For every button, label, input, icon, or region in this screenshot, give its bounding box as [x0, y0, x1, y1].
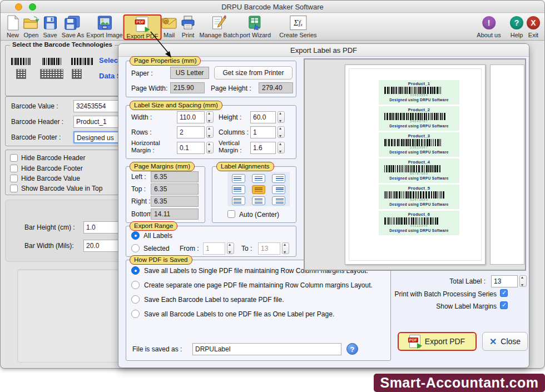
new-document-icon	[6, 14, 20, 31]
barcode-header-label: Barcode Header :	[11, 118, 63, 126]
toolbar-about-button[interactable]: ! About us	[477, 14, 501, 40]
datamatrix-barcode-icon[interactable]	[16, 69, 26, 79]
dialog-titlebar: Export Label as PDF	[118, 44, 529, 57]
export-pdf-button-icon	[409, 335, 420, 348]
postnet-barcode-icon[interactable]	[71, 58, 93, 65]
linear-barcode-icon[interactable]	[42, 58, 62, 65]
pdf-option-3-radio[interactable]	[131, 295, 140, 304]
label-alignments-chip: Label Alignments	[216, 162, 274, 171]
align-top-left-button[interactable]	[232, 174, 245, 183]
from-input[interactable]: 1	[203, 242, 225, 255]
get-size-from-printer-button[interactable]: Get size from Printer	[214, 66, 293, 80]
preview-label-value: 86787683	[379, 172, 459, 175]
align-bottom-right-button[interactable]	[272, 196, 285, 205]
qr-barcode-icon[interactable]	[72, 69, 82, 79]
pdf417-barcode-icon[interactable]	[40, 69, 63, 79]
window-titlebar: DRPU Barcode Maker Software	[1, 1, 544, 13]
label-height-stepper[interactable]	[278, 111, 285, 123]
selected-range-radio[interactable]	[131, 244, 140, 252]
from-stepper[interactable]	[227, 242, 234, 254]
barcode-value-input[interactable]: 32453554	[73, 100, 125, 112]
create-series-icon: Σfx	[279, 14, 316, 31]
toolbar-mail-button[interactable]: @ Mail	[161, 14, 177, 40]
label-width-input[interactable]: 110.0	[177, 111, 205, 123]
toolbar-create-series-button[interactable]: Σfx Create Series	[279, 14, 316, 40]
preview-label-footer: Designed using DRPU Software	[379, 229, 459, 232]
rows-label: Rows :	[131, 128, 152, 136]
open-folder-icon	[23, 14, 39, 31]
auto-center-checkbox[interactable]	[227, 210, 235, 218]
toolbar-print-button[interactable]: Print	[181, 14, 195, 40]
export-pdf-dialog: Export Label as PDF Page Properties (mm)…	[118, 43, 529, 368]
align-middle-center-button[interactable]	[252, 185, 265, 194]
hide-value-checkbox[interactable]	[10, 175, 18, 182]
toolbar-new-button[interactable]: New	[6, 14, 20, 40]
to-stepper[interactable]	[282, 242, 289, 254]
to-input[interactable]: 13	[258, 242, 280, 255]
preview-label-card: Product_3 23523567 Designed using DRPU S…	[379, 132, 459, 157]
select-link[interactable]: Select	[99, 56, 120, 64]
preview-label-name: Product_6	[379, 211, 459, 217]
all-labels-radio[interactable]	[131, 231, 140, 240]
page-width-label: Page Width:	[131, 85, 167, 92]
batch-processing-checkbox[interactable]	[500, 289, 508, 297]
vertical-margin-input[interactable]: 1.6	[250, 142, 276, 154]
total-label-input[interactable]: 13	[491, 275, 518, 287]
columns-input[interactable]: 1	[250, 126, 276, 138]
linear-barcode-icon[interactable]	[11, 58, 31, 65]
exit-icon: X	[527, 16, 540, 29]
align-bottom-center-button[interactable]	[252, 196, 265, 205]
align-bottom-left-button[interactable]	[232, 196, 245, 205]
toolbar-exit-button[interactable]: X Exit	[527, 14, 540, 40]
margin-left-value: 6.35	[151, 171, 199, 182]
selected-range-label: Selected	[143, 245, 170, 252]
toolbar-help-button[interactable]: ? Help	[510, 14, 523, 40]
dialog-title: Export Label as PDF	[118, 44, 529, 54]
close-x-icon: ✕	[489, 336, 497, 347]
toolbar-save-button[interactable]: Save	[43, 14, 57, 40]
show-margins-checkbox[interactable]	[500, 301, 508, 309]
barcode-footer-label: Barcode Footer :	[11, 133, 61, 141]
file-name-input[interactable]: DRPULabel	[192, 343, 341, 355]
align-top-center-button[interactable]	[252, 174, 265, 183]
pdf-option-2-radio[interactable]	[131, 281, 140, 289]
toolbar-save-as-button[interactable]: Save As	[62, 14, 84, 40]
align-top-right-button[interactable]	[272, 174, 285, 183]
paper-size-value[interactable]: US Letter	[170, 67, 209, 79]
columns-label: Columns :	[219, 128, 249, 136]
hide-header-checkbox[interactable]	[10, 154, 18, 162]
close-button[interactable]: ✕ Close	[482, 332, 528, 351]
rows-stepper[interactable]	[206, 126, 214, 138]
barcode-header-input[interactable]: Product_1	[73, 116, 125, 128]
show-margins-label: Show Label Margins	[352, 302, 497, 310]
hide-footer-checkbox[interactable]	[10, 165, 18, 172]
vertical-margin-label: Vertical Margin :	[219, 140, 252, 154]
pdf-option-4-radio[interactable]	[131, 310, 140, 318]
align-middle-right-button[interactable]	[272, 185, 285, 194]
print-icon	[181, 14, 195, 31]
barcode-footer-input[interactable]: Designed us	[73, 131, 125, 143]
align-middle-left-button[interactable]	[232, 185, 245, 194]
toolbar-open-button[interactable]: Open	[23, 14, 39, 40]
horizontal-margin-input[interactable]: 0.1	[177, 142, 205, 154]
pdf-option-1-radio[interactable]	[131, 266, 140, 275]
export-pdf-button[interactable]: Export PDF	[398, 332, 477, 351]
toolbar-manage-batch-button[interactable]: Manage Batch	[200, 14, 239, 40]
pdf-option-4-label: Save all Barcode Labels to one PDF file …	[144, 310, 334, 318]
horizontal-margin-stepper[interactable]	[206, 142, 214, 153]
vertical-margin-stepper[interactable]	[278, 142, 285, 153]
columns-stepper[interactable]	[278, 126, 285, 138]
height-label: Height :	[219, 113, 241, 121]
toolbar-export-pdf-button[interactable]: Export PDF	[123, 14, 162, 40]
label-width-stepper[interactable]	[206, 111, 214, 123]
file-help-icon[interactable]: ?	[346, 343, 358, 355]
batch-processing-label: Print with Batch Processing Series	[352, 290, 497, 298]
total-label-stepper[interactable]	[519, 275, 527, 287]
rows-input[interactable]: 2	[177, 126, 205, 138]
export-range-chip: Export Range	[130, 221, 177, 231]
label-height-input[interactable]: 60.0	[250, 111, 276, 123]
screenshot-root: DRPU Barcode Maker Software New Open	[0, 0, 545, 392]
toolbar-import-wizard-button[interactable]: port Wizard	[240, 14, 271, 40]
show-value-top-checkbox[interactable]	[10, 185, 18, 192]
toolbar-export-image-button[interactable]: Export Image	[86, 14, 122, 40]
